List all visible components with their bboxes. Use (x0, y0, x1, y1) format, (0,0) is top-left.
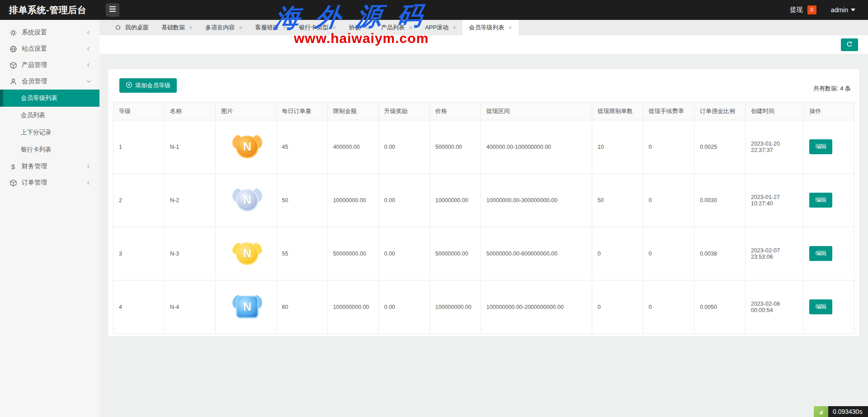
table-row: 3 N-3 N 55 50000000.00 0.00 50000000.00 … (113, 227, 854, 280)
cell-withdraw-limit-count: 50 (592, 174, 643, 227)
sidebar-item-label: 系统设置 (22, 28, 86, 37)
sidebar-item-system-settings[interactable]: 系统设置 (0, 24, 99, 41)
total-count-text: 共有数据: 4 条 (813, 85, 853, 93)
cell-limit-amount: 50000000.00 (327, 227, 378, 280)
plus-circle-icon (126, 81, 132, 90)
sidebar-item-finance-management[interactable]: $ 财务管理 (0, 158, 99, 175)
tab-label: 我的桌面 (125, 24, 149, 32)
tab-agreement[interactable]: 协议 × (343, 20, 375, 35)
col-header-created-at: 创建时间 (745, 102, 803, 120)
cell-name: N-3 (165, 227, 216, 280)
product-box-icon (9, 61, 17, 69)
cell-level: 4 (113, 280, 165, 334)
sidebar-item-order-management[interactable]: 订单管理 (0, 175, 99, 191)
level-badge-image: N (232, 294, 262, 321)
tab-member-level-list[interactable]: 会员等级列表 × (462, 20, 518, 35)
cell-limit-amount: 10000000.00 (327, 174, 378, 227)
cell-price: 50000000.00 (429, 227, 481, 280)
cell-image: N (216, 120, 276, 174)
cell-withdraw-fee-rate: 0 (643, 280, 694, 334)
close-icon[interactable]: × (283, 24, 286, 31)
close-icon[interactable]: × (189, 24, 193, 31)
badge-letter: N (236, 242, 259, 265)
member-level-table: 等级 名称 图片 每日订单量 限制金额 升级奖励 价格 提现区间 提现限制单数 … (113, 102, 854, 334)
badge-letter: N (236, 296, 259, 318)
tab-multilanguage[interactable]: 多语言内容 × (199, 20, 249, 35)
cell-withdraw-limit-count: 10 (592, 120, 643, 174)
table-row: 2 N-2 N 50 10000000.00 0.00 10000000.00 … (113, 174, 854, 227)
tab-bankcard-type[interactable]: 银行卡类型 × (293, 20, 343, 35)
cell-level: 2 (113, 174, 165, 227)
cell-level: 3 (113, 227, 165, 280)
cell-withdraw-limit-count: 0 (592, 227, 643, 280)
add-button-label: 添加会员等级 (135, 81, 170, 90)
cell-withdraw-range: 100000000.00-2000000000.00 (481, 280, 592, 334)
cell-withdraw-fee-rate: 0 (643, 227, 694, 280)
sidebar-item-product-management[interactable]: 产品管理 (0, 57, 99, 73)
cell-order-commission-rate: 0.0030 (694, 174, 745, 227)
col-header-name: 名称 (165, 102, 216, 120)
tab-basic-data[interactable]: 基础数据 × (155, 20, 199, 35)
edit-button[interactable]: 编辑 (809, 139, 832, 154)
sidebar-item-label: 产品管理 (22, 61, 86, 69)
cell-daily-orders: 45 (276, 120, 327, 174)
sidebar-subitem-member-list[interactable]: 会员列表 (0, 107, 99, 124)
cell-limit-amount: 400000.00 (327, 120, 378, 174)
site-settings-icon (9, 45, 17, 53)
cell-created-at: 2023-01-20 22:37:37 (745, 120, 803, 174)
edit-button[interactable]: 编辑 (809, 193, 832, 208)
username: admin (831, 6, 848, 14)
col-header-order-commission-rate: 订单佣金比例 (694, 102, 745, 120)
cell-actions: 编辑 (804, 280, 854, 334)
table-row: 1 N-1 N 45 400000.00 0.00 500000.00 4000… (113, 120, 854, 174)
thinkphp-logo-icon[interactable] (814, 406, 828, 417)
table-row: 4 N-4 N 60 100000000.00 0.00 100000000.0… (113, 280, 854, 334)
sidebar-subitem-bankcard-list[interactable]: 银行卡列表 (0, 141, 99, 158)
add-member-level-button[interactable]: 添加会员等级 (119, 78, 177, 93)
cell-price: 500000.00 (429, 120, 481, 174)
col-header-withdraw-fee-rate: 提现手续费率 (643, 102, 694, 120)
close-icon[interactable]: × (239, 24, 242, 31)
cell-upgrade-reward: 0.00 (378, 280, 429, 334)
sidebar-subitem-score-records[interactable]: 上下分记录 (0, 124, 99, 141)
level-badge-image: N (232, 187, 262, 214)
close-icon[interactable]: × (453, 24, 456, 31)
cell-name: N-4 (165, 280, 216, 334)
cell-upgrade-reward: 0.00 (378, 227, 429, 280)
cell-name: N-2 (165, 174, 216, 227)
chevron-left-icon (86, 180, 91, 185)
edit-button[interactable]: 编辑 (809, 299, 832, 314)
tab-label: 多语言内容 (205, 24, 235, 32)
withdraw-link[interactable]: 提现 (790, 6, 803, 14)
cell-withdraw-fee-rate: 0 (643, 174, 694, 227)
tab-app-scroll[interactable]: APP滚动 × (419, 20, 462, 35)
gear-icon (9, 28, 17, 37)
cell-order-commission-rate: 0.0050 (694, 280, 745, 334)
cell-created-at: 2023-02-07 23:53:06 (745, 227, 803, 280)
user-menu[interactable]: admin (831, 6, 855, 14)
sidebar-item-label: 会员管理 (22, 77, 86, 85)
close-icon[interactable]: × (333, 24, 336, 31)
chevron-left-icon (86, 164, 91, 169)
debug-trace-bar: 0.093430s (814, 406, 868, 417)
tab-product-list[interactable]: 产品列表 × (375, 20, 419, 35)
close-icon[interactable]: × (365, 24, 368, 31)
sidebar-item-site-settings[interactable]: 站点设置 (0, 41, 99, 57)
tab-customer-service-link[interactable]: 客服链接 × (249, 20, 292, 35)
close-icon[interactable]: × (409, 24, 412, 31)
caret-down-icon (851, 9, 855, 11)
order-box-icon (9, 179, 17, 187)
cell-actions: 编辑 (804, 174, 854, 227)
sidebar-toggle-button[interactable] (106, 3, 119, 17)
badge-letter: N (236, 189, 259, 212)
sidebar-subitem-member-level-list[interactable]: 会员等级列表 (0, 90, 99, 107)
sidebar-item-member-management[interactable]: 会员管理 (0, 73, 99, 90)
cell-daily-orders: 50 (276, 174, 327, 227)
edit-button[interactable]: 编辑 (809, 246, 832, 261)
cell-created-at: 2023-02-08 00:00:54 (745, 280, 803, 334)
close-icon[interactable]: × (508, 24, 512, 31)
refresh-button[interactable] (841, 38, 858, 51)
tab-my-desktop[interactable]: 我的桌面 (108, 20, 155, 35)
main-area: 我的桌面 基础数据 × 多语言内容 × 客服链接 × 银行卡类型 × 协议 × … (99, 20, 868, 417)
withdraw-count-badge[interactable]: 0 (807, 5, 816, 14)
